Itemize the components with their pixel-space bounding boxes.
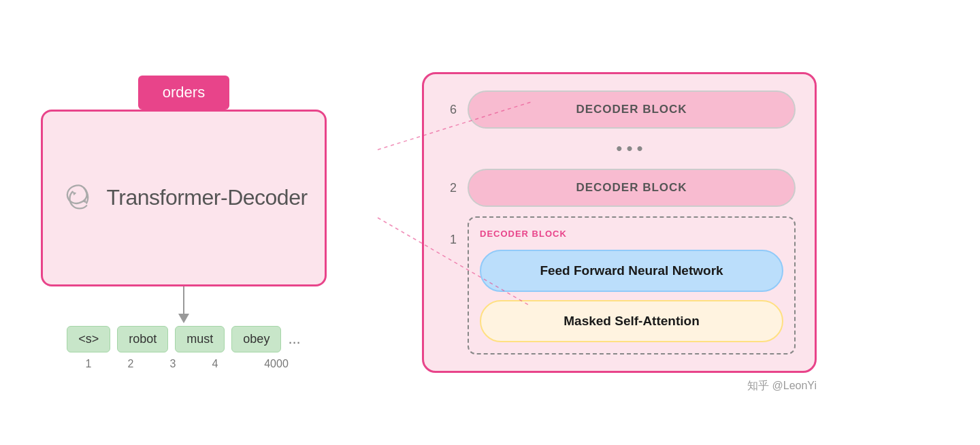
token-num-2: 2 <box>113 358 148 370</box>
token-robot: robot <box>117 326 168 352</box>
diagram-container: orders T <box>0 0 980 445</box>
watermark: 知乎 @LeonYi <box>747 379 817 393</box>
left-panel: orders T <box>41 76 327 370</box>
ffnn-pill: Feed Forward Neural Network <box>480 250 783 292</box>
arrow-down <box>178 286 189 323</box>
token-num-3: 3 <box>155 358 191 370</box>
decoder-row-1: 1 DECODER BLOCK Feed Forward Neural Netw… <box>443 216 796 355</box>
decoder-block-expanded: DECODER BLOCK Feed Forward Neural Networ… <box>468 216 796 355</box>
token-s: <s> <box>67 326 110 352</box>
arrow-head-down <box>178 314 189 323</box>
row-number-2: 2 <box>443 181 457 195</box>
token-obey: obey <box>231 326 281 352</box>
transformer-logo: Transformer-Decoder <box>60 179 307 217</box>
transformer-box: Transformer-Decoder <box>41 110 327 286</box>
msa-pill: Masked Self-Attention <box>480 300 783 342</box>
decoder-row-2: 2 DECODER BLOCK <box>443 169 796 207</box>
swirl-icon <box>60 179 98 217</box>
row-number-6: 6 <box>443 103 457 117</box>
token-must: must <box>175 326 225 352</box>
tokens-row: <s> robot must obey ... <box>67 326 300 352</box>
token-num-4000: 4000 <box>256 358 297 370</box>
arrow-shaft-down <box>183 286 184 314</box>
token-num-1: 1 <box>71 358 106 370</box>
output-box: orders <box>138 76 229 110</box>
decoder-block-expanded-title: DECODER BLOCK <box>480 229 783 239</box>
token-numbers: 1 2 3 4 4000 <box>71 358 297 370</box>
decoder-block-2: DECODER BLOCK <box>468 169 796 207</box>
right-panel: 6 DECODER BLOCK ••• 2 DECODER BLOCK <box>422 72 817 373</box>
token-ellipsis: ... <box>288 330 300 348</box>
outer-decoder-box: 6 DECODER BLOCK ••• 2 DECODER BLOCK <box>422 72 817 373</box>
output-label: orders <box>163 84 205 101</box>
dots-separator: ••• <box>443 138 796 159</box>
diagram-layout: orders T <box>0 0 980 445</box>
row-number-1: 1 <box>443 216 457 247</box>
token-num-4: 4 <box>197 358 233 370</box>
svg-marker-3 <box>73 191 77 195</box>
decoder-row-6: 6 DECODER BLOCK <box>443 90 796 129</box>
transformer-label: Transformer-Decoder <box>106 185 307 210</box>
decoder-block-6: DECODER BLOCK <box>468 90 796 129</box>
